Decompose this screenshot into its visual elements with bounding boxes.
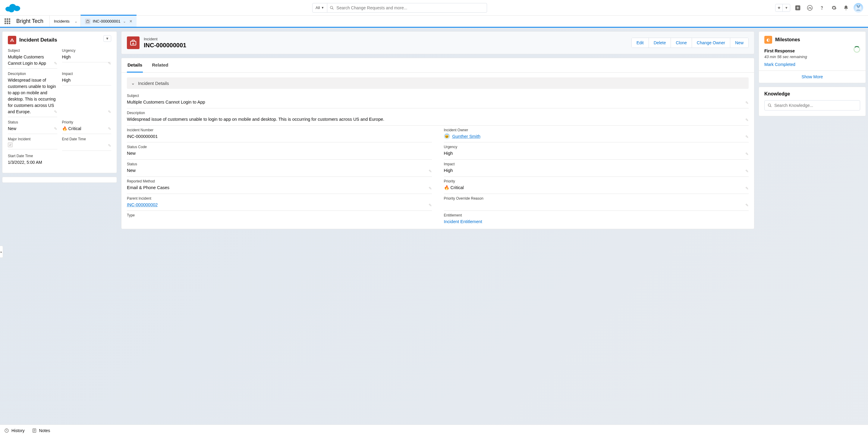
tab-related[interactable]: Related: [151, 58, 169, 72]
edit-pencil-icon[interactable]: ✎: [429, 186, 432, 191]
global-add-button[interactable]: [793, 3, 802, 12]
utility-notes[interactable]: Notes: [32, 428, 50, 433]
description-value: Widespread issue of customers unable to …: [127, 116, 749, 123]
subject-value: Multiple Customers Cannot Login to App: [8, 54, 57, 67]
notes-icon: [32, 428, 37, 433]
incident-owner-link[interactable]: Gunther Smith: [453, 133, 481, 140]
tab-label: Incidents: [54, 19, 70, 24]
svg-rect-13: [86, 21, 89, 23]
knowledge-card: Knowledge: [758, 87, 866, 116]
svg-point-12: [859, 5, 860, 7]
entitlement-link[interactable]: Incident Entitlement: [444, 219, 482, 224]
impact-value: High: [62, 77, 112, 83]
edit-pencil-icon[interactable]: ✎: [429, 203, 432, 207]
card-menu-button[interactable]: ▼: [103, 35, 111, 42]
subject-value: Multiple Customers Cannot Login to App: [127, 99, 749, 106]
search-scope-label: All: [315, 5, 320, 10]
edit-pencil-icon[interactable]: ✎: [54, 61, 57, 66]
reported-method-value: Email & Phone Cases: [127, 185, 432, 191]
svg-point-3: [9, 8, 14, 12]
chevron-down-icon[interactable]: ⌄: [74, 19, 78, 24]
search-icon: [768, 103, 772, 107]
delete-button[interactable]: Delete: [649, 38, 671, 47]
owner-avatar-icon: 🐱: [444, 133, 450, 139]
edit-pencil-icon[interactable]: ✎: [108, 110, 111, 114]
record-action-bar: Edit Delete Clone Change Owner New: [631, 38, 749, 48]
knowledge-title: Knowledge: [759, 87, 866, 97]
edit-button[interactable]: Edit: [632, 38, 649, 47]
edit-pencil-icon[interactable]: ✎: [54, 127, 57, 131]
incident-tab-icon: [85, 19, 90, 24]
incident-details-sidebar-card: ▼ Incident Details Subject Multiple Cust…: [2, 31, 117, 173]
edit-pencil-icon[interactable]: ✎: [108, 143, 111, 148]
change-owner-icon[interactable]: ✎: [745, 135, 749, 139]
priority-override-value: [444, 202, 749, 208]
milestones-title: Milestones: [775, 37, 800, 42]
section-toggle-incident-details[interactable]: ⌄ Incident Details: [127, 77, 749, 89]
trailhead-icon[interactable]: [805, 3, 814, 12]
app-launcher-icon[interactable]: [0, 16, 14, 27]
svg-line-5: [333, 8, 334, 9]
user-avatar[interactable]: [854, 3, 863, 13]
favorites-caret-icon[interactable]: ▾: [783, 4, 790, 11]
svg-rect-14: [12, 40, 12, 41]
svg-point-4: [330, 6, 333, 8]
impact-value: High: [444, 167, 749, 174]
incident-number-value: INC-000000001: [127, 133, 432, 140]
edit-pencil-icon[interactable]: ✎: [745, 101, 749, 105]
utility-history[interactable]: History: [4, 428, 25, 433]
edit-pencil-icon[interactable]: ✎: [745, 203, 749, 207]
status-code-value: New: [127, 150, 432, 157]
search-scope-selector[interactable]: All ▼: [313, 3, 327, 12]
urgency-value: High: [444, 150, 749, 157]
major-incident-checkbox[interactable]: ✓: [8, 142, 13, 147]
chevron-down-icon[interactable]: ⌄: [123, 19, 126, 24]
tab-label: INC-000000001: [93, 19, 121, 24]
edit-pencil-icon[interactable]: ✎: [429, 169, 432, 173]
milestone-remaining: 43 min 56 sec remaining: [764, 55, 860, 59]
edit-pencil-icon[interactable]: ✎: [54, 110, 57, 114]
parent-incident-link[interactable]: INC-000000002: [127, 202, 158, 207]
new-button[interactable]: New: [730, 38, 748, 47]
nav-tab-incidents[interactable]: Incidents ⌄: [50, 16, 81, 27]
setup-gear-icon[interactable]: [830, 3, 838, 12]
tab-details[interactable]: Details: [127, 58, 143, 73]
knowledge-search[interactable]: [764, 100, 860, 110]
search-input[interactable]: [336, 5, 487, 10]
priority-value: 🔥Critical: [62, 126, 112, 132]
knowledge-search-input[interactable]: [774, 103, 857, 108]
incident-icon: [8, 36, 16, 44]
record-name: INC-000000001: [144, 42, 186, 49]
svg-point-11: [857, 5, 858, 7]
notifications-bell-icon[interactable]: [841, 3, 850, 12]
object-label: Incident: [144, 37, 186, 41]
help-icon[interactable]: [817, 3, 827, 12]
global-search[interactable]: All ▼: [312, 3, 487, 13]
star-icon[interactable]: ★: [775, 4, 783, 11]
change-owner-button[interactable]: Change Owner: [692, 38, 730, 47]
svg-rect-17: [133, 43, 133, 44]
edit-pencil-icon[interactable]: ✎: [108, 127, 111, 131]
urgency-value: High: [62, 54, 112, 60]
search-icon: [327, 6, 336, 10]
edit-pencil-icon[interactable]: ✎: [108, 61, 111, 66]
svg-point-8: [822, 9, 822, 9]
caret-down-icon: ▼: [321, 6, 324, 9]
mark-completed-link[interactable]: Mark Completed: [764, 62, 795, 67]
edit-pencil-icon[interactable]: ✎: [745, 169, 749, 173]
close-tab-icon[interactable]: ×: [128, 19, 133, 24]
description-value: Widespread issue of customers unable to …: [8, 77, 57, 115]
edit-pencil-icon[interactable]: ✎: [745, 152, 749, 156]
clone-button[interactable]: Clone: [671, 38, 692, 47]
global-header: All ▼ ★ ▾: [0, 0, 868, 16]
svg-rect-18: [133, 44, 133, 44]
chevron-down-icon: ⌄: [131, 80, 135, 86]
show-more-link[interactable]: Show More: [759, 70, 866, 83]
workspace-tab-inc-000000001[interactable]: INC-000000001 ⌄ ×: [81, 15, 136, 27]
svg-point-2: [13, 6, 20, 11]
salesforce-logo: [5, 2, 21, 13]
edit-pencil-icon[interactable]: ✎: [745, 118, 749, 122]
edit-pencil-icon[interactable]: ✎: [745, 186, 749, 191]
app-name: Bright Tech: [14, 16, 50, 27]
favorites-combo[interactable]: ★ ▾: [775, 4, 790, 12]
